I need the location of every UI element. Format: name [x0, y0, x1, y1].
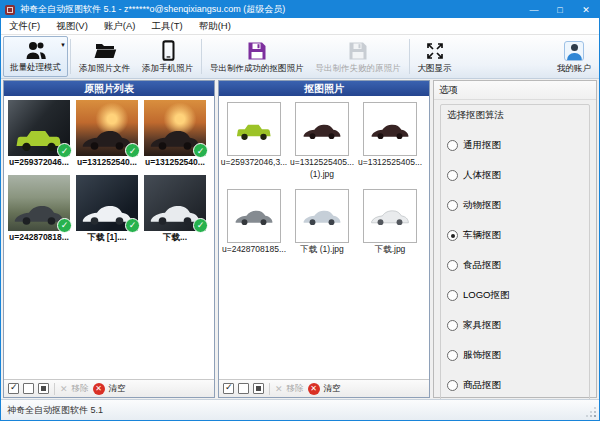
radio-icon[interactable] — [447, 290, 458, 301]
export-success-label: 导出制作成功的抠图照片 — [210, 63, 304, 75]
deselect-all-checkbox-icon[interactable] — [238, 383, 249, 394]
photo-image[interactable] — [295, 189, 349, 243]
radio-furniture-matting[interactable]: 家具抠图 — [447, 319, 583, 332]
clear-icon: ✕ — [93, 383, 105, 395]
menu-bar: 文件(F) 视图(V) 账户(A) 工具(T) 帮助(H) — [1, 18, 599, 35]
photo-label: u=259372046... — [9, 158, 69, 168]
select-all-checkbox-icon[interactable] — [223, 383, 234, 394]
radio-clothing-matting[interactable]: 服饰抠图 — [447, 349, 583, 362]
minimize-button[interactable]: — — [521, 1, 547, 18]
remove-icon: ✕ — [60, 384, 68, 394]
resize-grip[interactable] — [586, 407, 596, 417]
photo-image[interactable] — [295, 102, 349, 156]
menu-help[interactable]: 帮助(H) — [191, 18, 239, 34]
add-photo-files-button[interactable]: 添加照片文件 — [73, 36, 136, 77]
photo-thumbnail[interactable]: ✓ u=131252540... — [73, 100, 141, 168]
photo-image[interactable]: ✓ — [144, 100, 206, 156]
window-title: 神奇全自动抠图软件 5.1 - z******o@shenqixiangsu.c… — [20, 3, 521, 16]
menu-account[interactable]: 账户(A) — [96, 18, 144, 34]
clear-button[interactable]: 清空 — [109, 383, 126, 395]
photo-label: u=1312525405... — [290, 158, 354, 168]
photo-image[interactable] — [227, 189, 281, 243]
remove-button: 移除 — [72, 383, 89, 395]
photo-thumbnail[interactable]: ✓ u=259372046... — [5, 100, 73, 168]
radio-icon[interactable] — [447, 170, 458, 181]
radio-label: 通用抠图 — [463, 139, 501, 152]
success-check-icon: ✓ — [125, 218, 140, 233]
deselect-all-checkbox-icon[interactable] — [23, 383, 34, 394]
radio-product-matting[interactable]: 商品抠图 — [447, 379, 583, 392]
algorithm-group-label: 选择抠图算法 — [447, 109, 583, 122]
radio-icon[interactable] — [447, 200, 458, 211]
photo-image[interactable]: ✓ — [76, 175, 138, 231]
large-view-button[interactable]: 大图显示 — [412, 36, 458, 77]
success-check-icon: ✓ — [57, 218, 72, 233]
photo-thumbnail[interactable]: ✓ 下载... — [141, 175, 209, 243]
radio-label: 人体抠图 — [463, 169, 501, 182]
radio-universal-matting[interactable]: 通用抠图 — [447, 139, 583, 152]
radio-icon-selected[interactable] — [447, 230, 458, 241]
radio-logo-matting[interactable]: LOGO抠图 — [447, 289, 583, 302]
cutout-panel-footer: ✕ 移除 ✕ 清空 — [219, 379, 429, 397]
radio-vehicle-matting[interactable]: 车辆抠图 — [447, 229, 583, 242]
success-check-icon: ✓ — [57, 143, 72, 158]
photo-thumbnail[interactable]: u=1312525405... — [356, 100, 424, 180]
batch-mode-button[interactable]: ▼ 批量处理模式 — [3, 36, 68, 77]
radio-icon[interactable] — [447, 140, 458, 151]
close-button[interactable]: ✕ — [573, 1, 599, 18]
cutout-photo-list[interactable]: u=259372046,3... u=1312525405... (1).jpg… — [219, 96, 429, 379]
radio-icon[interactable] — [447, 320, 458, 331]
algorithm-groupbox: 选择抠图算法 通用抠图 人体抠图 动物抠图 车辆抠图 — [440, 104, 590, 401]
photo-thumbnail[interactable]: ✓ u=131252540... — [141, 100, 209, 168]
photo-label: u=131252540... — [77, 158, 137, 168]
original-photo-list[interactable]: ✓ u=259372046... ✓ u=131252540... ✓ — [4, 96, 214, 379]
photo-thumbnail[interactable]: 下载.jpg — [356, 187, 424, 255]
clear-icon: ✕ — [308, 383, 320, 395]
photo-thumbnail[interactable]: u=1312525405... (1).jpg — [288, 100, 356, 180]
photo-label: u=2428708185... — [222, 245, 286, 255]
clear-button[interactable]: 清空 — [324, 383, 341, 395]
phone-icon — [157, 39, 179, 63]
original-photos-panel: 原照片列表 ✓ u=259372046... ✓ u=131252540... — [3, 80, 215, 398]
radio-icon[interactable] — [447, 260, 458, 271]
menu-file[interactable]: 文件(F) — [1, 18, 48, 34]
add-phone-photos-button[interactable]: 添加手机照片 — [136, 36, 199, 77]
my-account-button[interactable]: 我的账户 — [551, 36, 597, 77]
photo-image[interactable] — [363, 189, 417, 243]
my-account-label: 我的账户 — [557, 63, 591, 75]
photo-image[interactable] — [227, 102, 281, 156]
photo-thumbnail[interactable]: u=2428708185... — [220, 187, 288, 255]
radio-label: 家具抠图 — [463, 319, 501, 332]
photo-image[interactable] — [363, 102, 417, 156]
photo-image[interactable]: ✓ — [8, 100, 70, 156]
title-bar[interactable]: 神奇全自动抠图软件 5.1 - z******o@shenqixiangsu.c… — [1, 1, 599, 18]
export-success-button[interactable]: 导出制作成功的抠图照片 — [204, 36, 310, 77]
photo-thumbnail[interactable]: u=259372046,3... — [220, 100, 288, 180]
photo-thumbnail[interactable]: ✓ 下载 [1].... — [73, 175, 141, 243]
radio-food-matting[interactable]: 食品抠图 — [447, 259, 583, 272]
toolbar-separator — [409, 39, 410, 74]
photo-image[interactable]: ✓ — [8, 175, 70, 231]
photo-label: u=1312525405... — [358, 158, 422, 168]
account-avatar-icon — [564, 39, 584, 63]
invert-selection-checkbox-icon[interactable] — [38, 383, 49, 394]
radio-animal-matting[interactable]: 动物抠图 — [447, 199, 583, 212]
remove-button: 移除 — [287, 383, 304, 395]
radio-icon[interactable] — [447, 380, 458, 391]
photo-thumbnail[interactable]: ✓ u=242870818... — [5, 175, 73, 243]
maximize-button[interactable]: □ — [547, 1, 573, 18]
photo-image[interactable]: ✓ — [144, 175, 206, 231]
invert-selection-checkbox-icon[interactable] — [253, 383, 264, 394]
photo-thumbnail[interactable]: 下载 (1).jpg — [288, 187, 356, 255]
menu-view[interactable]: 视图(V) — [48, 18, 96, 34]
select-all-checkbox-icon[interactable] — [8, 383, 19, 394]
photo-label: 下载... — [163, 233, 187, 243]
add-photo-files-label: 添加照片文件 — [79, 63, 130, 75]
menu-tools[interactable]: 工具(T) — [143, 18, 190, 34]
radio-label: 车辆抠图 — [463, 229, 501, 242]
radio-human-matting[interactable]: 人体抠图 — [447, 169, 583, 182]
radio-icon[interactable] — [447, 350, 458, 361]
toolbar-separator — [201, 39, 202, 74]
options-sidebar: 选项 选择抠图算法 通用抠图 人体抠图 动物抠图 车辆抠图 — [433, 80, 597, 398]
photo-image[interactable]: ✓ — [76, 100, 138, 156]
